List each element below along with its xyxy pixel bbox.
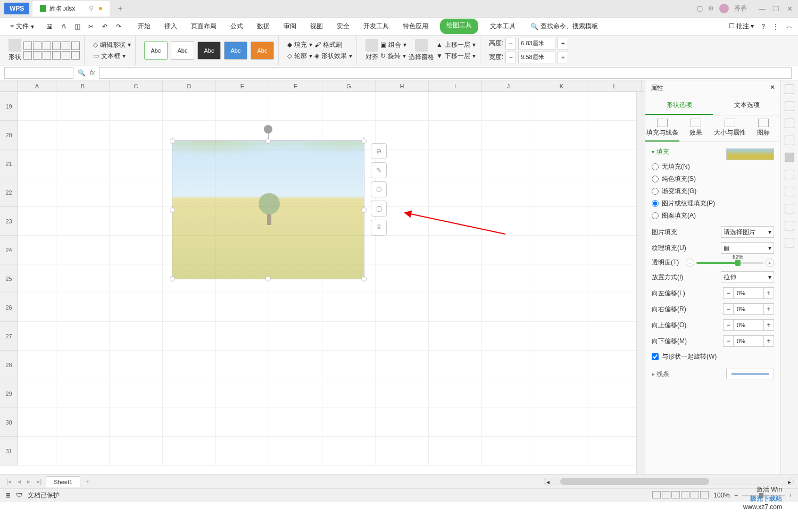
float-collapse-icon[interactable]: ⊖ xyxy=(371,143,387,159)
height-input[interactable] xyxy=(518,38,555,49)
cell[interactable] xyxy=(588,264,642,293)
col-header[interactable]: H xyxy=(376,80,429,92)
select-all-corner[interactable] xyxy=(0,80,18,92)
zoom-label[interactable]: 100% xyxy=(713,492,730,499)
cell[interactable] xyxy=(110,92,163,121)
row-header[interactable]: 22 xyxy=(0,178,18,207)
cell[interactable] xyxy=(18,264,56,293)
cell[interactable] xyxy=(535,264,588,293)
tab-review[interactable]: 审阅 xyxy=(281,19,298,34)
row-header[interactable]: 29 xyxy=(0,379,18,408)
cell[interactable] xyxy=(535,351,588,379)
cell[interactable] xyxy=(163,437,216,466)
height-plus[interactable]: + xyxy=(558,38,568,49)
cell[interactable] xyxy=(56,121,110,149)
cell[interactable] xyxy=(482,408,535,437)
cell[interactable] xyxy=(216,322,269,351)
tab-insert[interactable]: 插入 xyxy=(162,19,179,34)
cell[interactable] xyxy=(535,322,588,351)
tab-text-tools[interactable]: 文本工具 xyxy=(488,19,518,34)
transparency-slider[interactable]: 62% xyxy=(696,262,763,264)
formula-input[interactable] xyxy=(99,67,792,79)
resize-handle[interactable] xyxy=(170,138,175,144)
preview-icon[interactable]: ◫ xyxy=(73,22,81,31)
rail-style-icon[interactable] xyxy=(785,102,794,111)
mode-icon[interactable]: ⊞ xyxy=(5,492,11,499)
cell[interactable] xyxy=(588,92,642,121)
tab-data[interactable]: 数据 xyxy=(255,19,272,34)
cell[interactable] xyxy=(429,351,482,379)
sheet-first[interactable]: |◂ xyxy=(4,478,13,485)
help-button[interactable]: ? xyxy=(761,23,765,30)
cell[interactable] xyxy=(322,92,376,121)
maximize-button[interactable]: ☐ xyxy=(773,5,779,13)
file-menu[interactable]: ≡ 文件 ▾ xyxy=(5,19,39,34)
sheet-next[interactable]: ▸ xyxy=(25,478,32,485)
cell[interactable] xyxy=(588,207,642,236)
cell[interactable] xyxy=(322,351,376,379)
line-gallery[interactable] xyxy=(23,41,80,60)
transparency-plus[interactable]: + xyxy=(766,259,774,267)
cell[interactable] xyxy=(322,437,376,466)
subtab-size[interactable]: 大小与属性 xyxy=(713,115,747,142)
col-header[interactable]: D xyxy=(163,80,216,92)
rotate-button[interactable]: ↻ 旋转 ▾ xyxy=(380,52,406,61)
radio-no-fill[interactable] xyxy=(652,163,659,170)
width-plus[interactable]: + xyxy=(558,52,568,63)
shape-effect-button[interactable]: ◈ 形状效果 ▾ xyxy=(314,52,352,61)
row-header[interactable]: 26 xyxy=(0,293,18,322)
gift-icon[interactable]: ⚙ xyxy=(708,5,714,12)
shape-button[interactable]: 形状 xyxy=(9,39,21,62)
cell[interactable] xyxy=(56,408,110,437)
shape-styles[interactable]: Abc Abc Abc Abc Abc xyxy=(144,41,274,60)
cell[interactable] xyxy=(18,322,56,351)
cell[interactable] xyxy=(269,293,322,322)
cell[interactable] xyxy=(56,149,110,178)
radio-solid-fill[interactable] xyxy=(652,176,659,182)
cell[interactable] xyxy=(163,293,216,322)
cell[interactable] xyxy=(216,351,269,379)
row-header[interactable]: 28 xyxy=(0,351,18,379)
cell[interactable] xyxy=(322,293,376,322)
offb-plus[interactable]: + xyxy=(763,335,774,347)
worksheet[interactable]: A B C D E F G H I J K L 1920212223242526… xyxy=(0,80,645,474)
cell[interactable] xyxy=(216,293,269,322)
col-header[interactable]: K xyxy=(535,80,588,92)
placement-select[interactable]: 拉伸▾ xyxy=(721,271,774,283)
section-line[interactable]: 线条 xyxy=(652,370,669,379)
cell[interactable] xyxy=(588,149,642,178)
cell[interactable] xyxy=(18,236,56,264)
cell[interactable] xyxy=(216,379,269,408)
cell[interactable] xyxy=(56,351,110,379)
edit-shape-button[interactable]: ◇ 编辑形状 ▾ xyxy=(93,40,131,49)
cell[interactable] xyxy=(535,408,588,437)
cell[interactable] xyxy=(588,379,642,408)
cell[interactable] xyxy=(376,379,429,408)
undo-icon[interactable]: ↶ xyxy=(101,22,109,31)
cell[interactable] xyxy=(110,264,163,293)
cell[interactable] xyxy=(56,178,110,207)
cell[interactable] xyxy=(18,207,56,236)
rail-analysis-icon[interactable] xyxy=(785,170,794,179)
cell[interactable] xyxy=(110,293,163,322)
cell[interactable] xyxy=(482,149,535,178)
cell[interactable] xyxy=(429,92,482,121)
cell[interactable] xyxy=(429,149,482,178)
horizontal-scrollbar[interactable]: ◂▸ xyxy=(544,478,794,485)
cell[interactable] xyxy=(429,178,482,207)
col-header[interactable]: G xyxy=(322,80,376,92)
row-header[interactable]: 21 xyxy=(0,149,18,178)
row-header[interactable]: 30 xyxy=(0,408,18,437)
tab-layout[interactable]: 页面布局 xyxy=(189,19,219,34)
cell[interactable] xyxy=(482,351,535,379)
cell[interactable] xyxy=(269,408,322,437)
float-eyedrop-icon[interactable]: ✎ xyxy=(371,162,387,178)
cell[interactable] xyxy=(482,437,535,466)
row-header[interactable]: 25 xyxy=(0,264,18,293)
cell[interactable] xyxy=(216,92,269,121)
cell[interactable] xyxy=(376,293,429,322)
col-header[interactable]: L xyxy=(588,80,642,92)
float-fill-icon[interactable]: ⬡ xyxy=(371,181,387,197)
cell[interactable] xyxy=(18,121,56,149)
command-search[interactable]: 🔍 查找命令、搜索模板 xyxy=(530,22,598,31)
